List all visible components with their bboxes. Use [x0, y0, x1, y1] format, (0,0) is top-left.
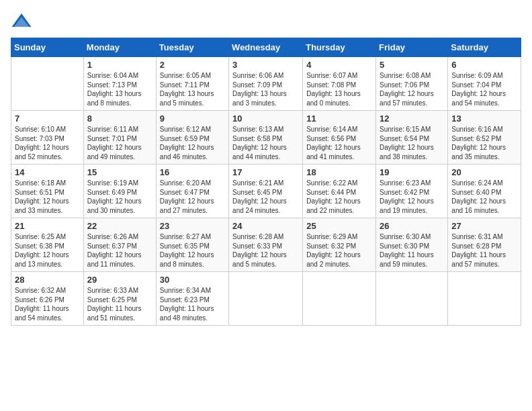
day-number: 8	[87, 113, 152, 124]
calendar-cell: 5Sunrise: 6:08 AMSunset: 7:06 PMDaylight…	[376, 57, 448, 111]
calendar-cell: 22Sunrise: 6:26 AMSunset: 6:37 PMDayligh…	[83, 218, 156, 272]
day-info: Sunrise: 6:34 AMSunset: 6:23 PMDaylight:…	[160, 286, 225, 322]
day-number: 13	[451, 113, 517, 124]
day-info: Sunrise: 6:26 AMSunset: 6:37 PMDaylight:…	[87, 232, 152, 269]
calendar-cell: 19Sunrise: 6:23 AMSunset: 6:42 PMDayligh…	[376, 165, 448, 218]
day-info: Sunrise: 6:27 AMSunset: 6:35 PMDaylight:…	[160, 232, 225, 269]
day-number: 15	[87, 167, 152, 177]
day-number: 20	[451, 167, 517, 177]
calendar-week-row: 28Sunrise: 6:32 AMSunset: 6:26 PMDayligh…	[11, 272, 521, 326]
calendar-cell: 26Sunrise: 6:30 AMSunset: 6:30 PMDayligh…	[376, 218, 448, 272]
calendar-cell: 30Sunrise: 6:34 AMSunset: 6:23 PMDayligh…	[156, 272, 228, 326]
day-info: Sunrise: 6:11 AMSunset: 7:01 PMDaylight:…	[87, 125, 152, 161]
calendar-cell	[303, 272, 376, 326]
day-info: Sunrise: 6:23 AMSunset: 6:42 PMDaylight:…	[380, 179, 444, 215]
col-header-monday: Monday	[83, 38, 156, 57]
day-number: 11	[306, 113, 372, 124]
day-number: 5	[380, 60, 444, 70]
day-number: 25	[306, 221, 372, 231]
day-info: Sunrise: 6:32 AMSunset: 6:26 PMDaylight:…	[15, 286, 80, 322]
calendar-cell	[448, 272, 521, 326]
day-number: 7	[15, 113, 80, 124]
calendar-week-row: 14Sunrise: 6:18 AMSunset: 6:51 PMDayligh…	[11, 165, 521, 218]
col-header-friday: Friday	[376, 38, 448, 57]
day-info: Sunrise: 6:08 AMSunset: 7:06 PMDaylight:…	[380, 71, 444, 107]
day-number: 28	[15, 275, 80, 285]
day-number: 12	[380, 113, 444, 124]
day-number: 19	[380, 167, 444, 177]
calendar-week-row: 21Sunrise: 6:25 AMSunset: 6:38 PMDayligh…	[11, 218, 521, 272]
day-number: 29	[87, 275, 152, 285]
day-info: Sunrise: 6:22 AMSunset: 6:44 PMDaylight:…	[306, 179, 372, 215]
calendar-cell: 15Sunrise: 6:19 AMSunset: 6:49 PMDayligh…	[83, 165, 156, 218]
day-info: Sunrise: 6:30 AMSunset: 6:30 PMDaylight:…	[380, 232, 444, 269]
day-number: 22	[87, 221, 152, 231]
day-info: Sunrise: 6:28 AMSunset: 6:33 PMDaylight:…	[232, 232, 299, 269]
calendar-cell: 16Sunrise: 6:20 AMSunset: 6:47 PMDayligh…	[156, 165, 228, 218]
calendar-cell: 23Sunrise: 6:27 AMSunset: 6:35 PMDayligh…	[156, 218, 228, 272]
calendar-cell: 9Sunrise: 6:12 AMSunset: 6:59 PMDaylight…	[156, 111, 228, 165]
day-number: 14	[15, 167, 80, 177]
calendar-week-row: 7Sunrise: 6:10 AMSunset: 7:03 PMDaylight…	[11, 111, 521, 165]
day-info: Sunrise: 6:29 AMSunset: 6:32 PMDaylight:…	[306, 232, 372, 269]
day-info: Sunrise: 6:25 AMSunset: 6:38 PMDaylight:…	[15, 232, 80, 269]
calendar-cell: 2Sunrise: 6:05 AMSunset: 7:11 PMDaylight…	[156, 57, 228, 111]
calendar-cell: 21Sunrise: 6:25 AMSunset: 6:38 PMDayligh…	[11, 218, 84, 272]
col-header-saturday: Saturday	[448, 38, 521, 57]
day-info: Sunrise: 6:21 AMSunset: 6:45 PMDaylight:…	[232, 179, 299, 215]
day-info: Sunrise: 6:18 AMSunset: 6:51 PMDaylight:…	[15, 179, 80, 215]
day-number: 2	[160, 60, 225, 70]
day-info: Sunrise: 6:24 AMSunset: 6:40 PMDaylight:…	[451, 179, 517, 215]
calendar-cell: 7Sunrise: 6:10 AMSunset: 7:03 PMDaylight…	[11, 111, 84, 165]
calendar-cell: 6Sunrise: 6:09 AMSunset: 7:04 PMDaylight…	[448, 57, 521, 111]
calendar-cell: 8Sunrise: 6:11 AMSunset: 7:01 PMDaylight…	[83, 111, 156, 165]
calendar-cell: 14Sunrise: 6:18 AMSunset: 6:51 PMDayligh…	[11, 165, 84, 218]
day-number: 9	[160, 113, 225, 124]
day-number: 16	[160, 167, 225, 177]
calendar-cell: 3Sunrise: 6:06 AMSunset: 7:09 PMDaylight…	[229, 57, 303, 111]
calendar-cell: 24Sunrise: 6:28 AMSunset: 6:33 PMDayligh…	[229, 218, 303, 272]
day-info: Sunrise: 6:05 AMSunset: 7:11 PMDaylight:…	[160, 71, 225, 107]
day-number: 21	[15, 221, 80, 231]
day-number: 10	[232, 113, 299, 124]
day-number: 18	[306, 167, 372, 177]
day-number: 26	[380, 221, 444, 231]
day-info: Sunrise: 6:31 AMSunset: 6:28 PMDaylight:…	[451, 232, 517, 269]
col-header-wednesday: Wednesday	[229, 38, 303, 57]
day-number: 24	[232, 221, 299, 231]
calendar-cell	[229, 272, 303, 326]
day-info: Sunrise: 6:13 AMSunset: 6:58 PMDaylight:…	[232, 125, 299, 161]
day-info: Sunrise: 6:10 AMSunset: 7:03 PMDaylight:…	[15, 125, 80, 161]
day-info: Sunrise: 6:09 AMSunset: 7:04 PMDaylight:…	[451, 71, 517, 107]
day-number: 23	[160, 221, 225, 231]
calendar-cell: 20Sunrise: 6:24 AMSunset: 6:40 PMDayligh…	[448, 165, 521, 218]
page-header	[11, 11, 521, 32]
logo	[11, 11, 35, 32]
day-info: Sunrise: 6:12 AMSunset: 6:59 PMDaylight:…	[160, 125, 225, 161]
day-info: Sunrise: 6:07 AMSunset: 7:08 PMDaylight:…	[306, 71, 372, 107]
calendar-cell: 11Sunrise: 6:14 AMSunset: 6:56 PMDayligh…	[303, 111, 376, 165]
day-info: Sunrise: 6:15 AMSunset: 6:54 PMDaylight:…	[380, 125, 444, 161]
day-number: 6	[451, 60, 517, 70]
calendar-cell: 12Sunrise: 6:15 AMSunset: 6:54 PMDayligh…	[376, 111, 448, 165]
calendar-cell	[11, 57, 84, 111]
calendar-cell: 17Sunrise: 6:21 AMSunset: 6:45 PMDayligh…	[229, 165, 303, 218]
calendar-cell: 1Sunrise: 6:04 AMSunset: 7:13 PMDaylight…	[83, 57, 156, 111]
day-info: Sunrise: 6:14 AMSunset: 6:56 PMDaylight:…	[306, 125, 372, 161]
day-info: Sunrise: 6:16 AMSunset: 6:52 PMDaylight:…	[451, 125, 517, 161]
day-info: Sunrise: 6:04 AMSunset: 7:13 PMDaylight:…	[87, 71, 152, 107]
day-info: Sunrise: 6:06 AMSunset: 7:09 PMDaylight:…	[232, 71, 299, 107]
day-number: 1	[87, 60, 152, 70]
day-number: 3	[232, 60, 299, 70]
calendar-cell: 27Sunrise: 6:31 AMSunset: 6:28 PMDayligh…	[448, 218, 521, 272]
logo-icon	[11, 11, 32, 32]
calendar-cell: 25Sunrise: 6:29 AMSunset: 6:32 PMDayligh…	[303, 218, 376, 272]
day-number: 30	[160, 275, 225, 285]
col-header-thursday: Thursday	[303, 38, 376, 57]
col-header-tuesday: Tuesday	[156, 38, 228, 57]
calendar-cell: 29Sunrise: 6:33 AMSunset: 6:25 PMDayligh…	[83, 272, 156, 326]
day-number: 27	[451, 221, 517, 231]
day-info: Sunrise: 6:33 AMSunset: 6:25 PMDaylight:…	[87, 286, 152, 322]
calendar-week-row: 1Sunrise: 6:04 AMSunset: 7:13 PMDaylight…	[11, 57, 521, 111]
calendar-cell: 13Sunrise: 6:16 AMSunset: 6:52 PMDayligh…	[448, 111, 521, 165]
